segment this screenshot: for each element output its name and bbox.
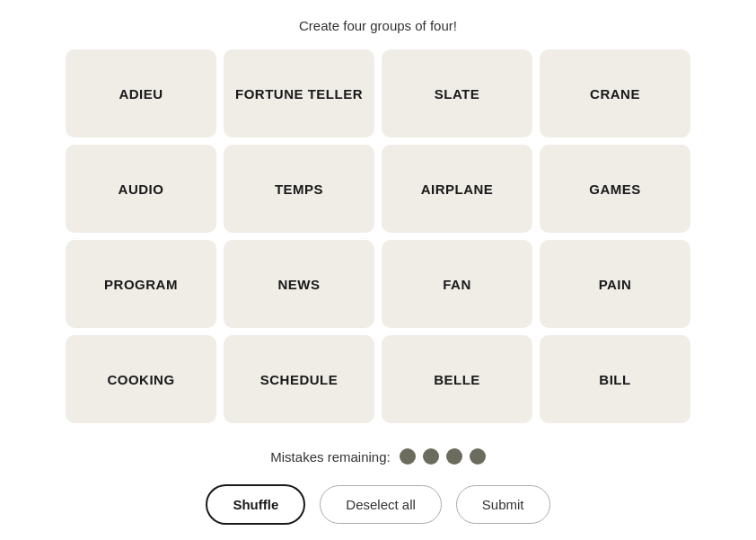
tile-games[interactable]: GAMES xyxy=(540,145,690,233)
tile-fortune-teller[interactable]: FORTUNE TELLER xyxy=(224,49,374,137)
tile-temps[interactable]: TEMPS xyxy=(224,145,374,233)
mistake-dot-2 xyxy=(423,448,439,465)
shuffle-button[interactable]: Shuffle xyxy=(206,484,305,525)
tile-crane[interactable]: CRANE xyxy=(540,49,690,137)
mistakes-dots xyxy=(400,448,486,465)
tile-audio[interactable]: AUDIO xyxy=(66,145,216,233)
tile-schedule[interactable]: SCHEDULE xyxy=(224,335,374,423)
mistake-dot-3 xyxy=(446,448,462,465)
submit-button[interactable]: Submit xyxy=(456,485,550,524)
buttons-row: Shuffle Deselect all Submit xyxy=(206,484,549,525)
tile-grid: ADIEUFORTUNE TELLERSLATECRANEAUDIOTEMPSA… xyxy=(66,49,690,423)
mistake-dot-4 xyxy=(470,448,486,465)
tile-cooking[interactable]: COOKING xyxy=(66,335,216,423)
subtitle: Create four groups of four! xyxy=(299,18,457,33)
tile-news[interactable]: NEWS xyxy=(224,240,374,328)
tile-airplane[interactable]: AIRPLANE xyxy=(382,145,532,233)
tile-adieu[interactable]: ADIEU xyxy=(66,49,216,137)
mistakes-row: Mistakes remaining: xyxy=(270,448,485,465)
tile-slate[interactable]: SLATE xyxy=(382,49,532,137)
tile-fan[interactable]: FAN xyxy=(382,240,532,328)
tile-bill[interactable]: BILL xyxy=(540,335,690,423)
tile-program[interactable]: PROGRAM xyxy=(66,240,216,328)
mistakes-label: Mistakes remaining: xyxy=(270,449,390,465)
mistake-dot-1 xyxy=(400,448,416,465)
deselect-button[interactable]: Deselect all xyxy=(320,485,442,524)
tile-belle[interactable]: BELLE xyxy=(382,335,532,423)
tile-pain[interactable]: PAIN xyxy=(540,240,690,328)
